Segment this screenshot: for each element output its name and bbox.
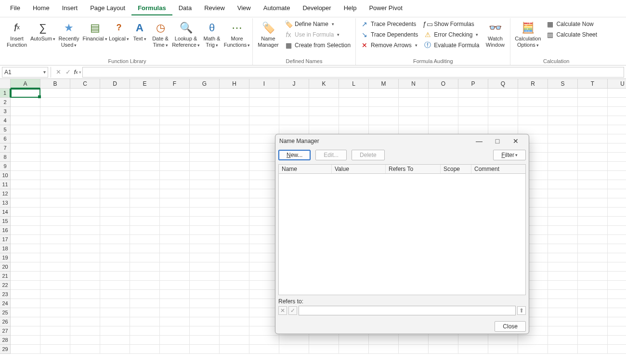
row-header[interactable]: 29 — [0, 345, 11, 354]
cell[interactable] — [130, 308, 160, 317]
cell[interactable] — [429, 345, 458, 354]
cell[interactable] — [220, 153, 249, 162]
cell[interactable] — [608, 153, 626, 162]
cell[interactable] — [578, 171, 608, 180]
cell[interactable] — [190, 98, 220, 107]
cell[interactable] — [190, 189, 220, 198]
cell[interactable] — [339, 125, 369, 134]
cell[interactable] — [279, 345, 309, 354]
cell[interactable] — [220, 171, 249, 180]
cell[interactable] — [100, 143, 130, 153]
cell[interactable] — [190, 272, 220, 281]
cell[interactable] — [608, 98, 626, 107]
cell[interactable] — [249, 125, 279, 134]
cell[interactable] — [160, 326, 190, 336]
cell[interactable] — [100, 171, 130, 180]
cell[interactable] — [548, 89, 578, 98]
cell[interactable] — [309, 336, 339, 345]
cell[interactable] — [608, 89, 626, 98]
cell[interactable] — [160, 189, 190, 198]
name-manager-button[interactable]: 🏷️ Name Manager — [255, 18, 282, 48]
cell[interactable] — [160, 235, 190, 244]
cell[interactable] — [578, 226, 608, 235]
cell[interactable] — [100, 116, 130, 125]
cell[interactable] — [548, 217, 578, 226]
cell[interactable] — [309, 345, 339, 354]
cell[interactable] — [548, 299, 578, 308]
cell[interactable] — [578, 235, 608, 244]
cell[interactable] — [488, 125, 518, 134]
cell[interactable] — [458, 107, 488, 116]
cell[interactable] — [100, 198, 130, 208]
cell[interactable] — [578, 217, 608, 226]
row-header[interactable]: 5 — [0, 125, 11, 134]
col-header[interactable]: P — [458, 79, 488, 89]
cell[interactable] — [369, 116, 399, 125]
cell[interactable] — [309, 89, 339, 98]
cell[interactable] — [130, 345, 160, 354]
cell[interactable] — [578, 125, 608, 134]
cell[interactable] — [578, 336, 608, 345]
cell[interactable] — [429, 98, 458, 107]
cell[interactable] — [249, 336, 279, 345]
cell[interactable] — [190, 217, 220, 226]
cell[interactable] — [130, 180, 160, 189]
cell[interactable] — [548, 116, 578, 125]
cell[interactable] — [190, 345, 220, 354]
cell[interactable] — [40, 299, 70, 308]
col-scope[interactable]: Scope — [441, 165, 471, 173]
cell[interactable] — [130, 253, 160, 262]
cell[interactable] — [190, 299, 220, 308]
row-header[interactable]: 1 — [0, 89, 11, 98]
cell[interactable] — [11, 262, 40, 272]
cell[interactable] — [70, 107, 100, 116]
cell[interactable] — [608, 281, 626, 290]
row-header[interactable]: 12 — [0, 189, 11, 198]
cell[interactable] — [608, 317, 626, 326]
cell[interactable] — [190, 116, 220, 125]
cell[interactable] — [578, 244, 608, 253]
cell[interactable] — [70, 244, 100, 253]
cell[interactable] — [220, 326, 249, 336]
cell[interactable] — [399, 89, 429, 98]
refers-to-input[interactable] — [299, 306, 516, 315]
row-header[interactable]: 14 — [0, 208, 11, 217]
cell[interactable] — [130, 281, 160, 290]
cell[interactable] — [578, 162, 608, 171]
cell[interactable] — [70, 326, 100, 336]
cell[interactable] — [399, 336, 429, 345]
cell[interactable] — [578, 107, 608, 116]
row-header[interactable]: 4 — [0, 116, 11, 125]
cell[interactable] — [70, 308, 100, 317]
cell[interactable] — [70, 153, 100, 162]
trace-dependents-button[interactable]: ↘Trace Dependents — [358, 30, 421, 39]
row-header[interactable]: 18 — [0, 244, 11, 253]
cell[interactable] — [249, 345, 279, 354]
cell[interactable] — [11, 180, 40, 189]
cell[interactable] — [70, 171, 100, 180]
cell[interactable] — [160, 345, 190, 354]
logical-button[interactable]: ? Logical▾ — [108, 18, 130, 42]
cell[interactable] — [100, 272, 130, 281]
define-name-button[interactable]: 🏷️Define Name▾ — [282, 19, 353, 29]
cell[interactable] — [190, 290, 220, 299]
cell[interactable] — [279, 98, 309, 107]
cell[interactable] — [399, 345, 429, 354]
cell[interactable] — [220, 217, 249, 226]
cell[interactable] — [548, 253, 578, 262]
cell[interactable] — [100, 162, 130, 171]
cell[interactable] — [578, 253, 608, 262]
cell[interactable] — [608, 262, 626, 272]
remove-arrows-button[interactable]: ✕Remove Arrows▾ — [358, 40, 421, 50]
cell[interactable] — [70, 198, 100, 208]
cell[interactable] — [130, 326, 160, 336]
cell[interactable] — [548, 208, 578, 217]
calculation-options-button[interactable]: 🧮 Calculation Options▾ — [512, 18, 543, 49]
cell[interactable] — [160, 308, 190, 317]
cell[interactable] — [130, 336, 160, 345]
cell[interactable] — [100, 290, 130, 299]
cell[interactable] — [608, 189, 626, 198]
cell[interactable] — [70, 253, 100, 262]
cell[interactable] — [220, 107, 249, 116]
cell[interactable] — [190, 89, 220, 98]
